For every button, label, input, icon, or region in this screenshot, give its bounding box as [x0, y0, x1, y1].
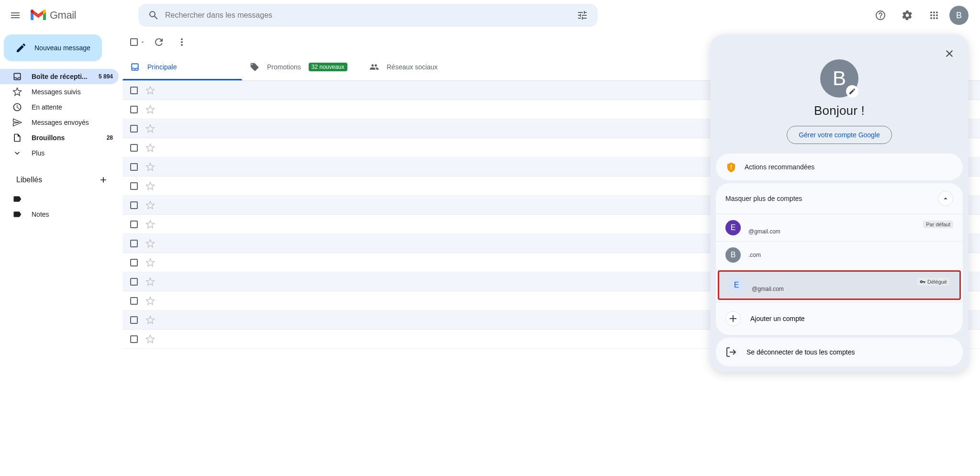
- close-panel-button[interactable]: [940, 44, 959, 63]
- star-button[interactable]: [145, 124, 155, 133]
- nav-item-clock[interactable]: En attente: [0, 100, 119, 115]
- row-checkbox[interactable]: [130, 335, 138, 343]
- hide-accounts-toggle[interactable]: Masquer plus de comptes: [716, 183, 963, 214]
- account-row[interactable]: B.com: [716, 241, 963, 268]
- send-icon: [12, 118, 22, 127]
- settings-button[interactable]: [896, 4, 919, 27]
- row-checkbox[interactable]: [130, 201, 138, 209]
- gmail-logo[interactable]: Gmail: [31, 9, 76, 22]
- label-item[interactable]: [0, 191, 119, 207]
- account-info: .com: [748, 252, 953, 258]
- account-badge: Par défaut: [923, 221, 953, 228]
- search-button[interactable]: [142, 4, 165, 27]
- edit-avatar-button[interactable]: [846, 85, 858, 98]
- labels-list: Notes: [4, 191, 119, 222]
- more-button[interactable]: [172, 33, 191, 52]
- account-panel: B Bonjour ! Gérer votre compte Google Ac…: [710, 34, 969, 372]
- star-button[interactable]: [145, 239, 155, 248]
- greeting-text: Bonjour !: [716, 103, 963, 118]
- star-button[interactable]: [145, 105, 155, 114]
- nav-list: Boîte de récepti...5 894Messages suivisE…: [4, 69, 119, 161]
- star-button[interactable]: [145, 220, 155, 229]
- menu-icon: [10, 10, 21, 21]
- row-checkbox[interactable]: [130, 316, 138, 324]
- star-button[interactable]: [145, 86, 155, 95]
- labels-title: Libellés: [16, 176, 42, 184]
- nav-label: Messages envoyés: [32, 119, 89, 126]
- add-label-button[interactable]: [96, 172, 111, 188]
- inbox-icon: [12, 72, 22, 81]
- tab-badge: 32 nouveaux: [309, 63, 347, 71]
- gear-icon: [902, 10, 913, 21]
- account-row[interactable]: EDélégué@gmail.com: [718, 270, 961, 300]
- account-row[interactable]: EPar défaut@gmail.com: [716, 214, 963, 241]
- main-menu-button[interactable]: [4, 4, 27, 27]
- star-button[interactable]: [145, 143, 155, 153]
- star-button[interactable]: [145, 277, 155, 287]
- refresh-button[interactable]: [149, 33, 168, 52]
- close-icon: [944, 48, 955, 59]
- more-vert-icon: [176, 36, 188, 48]
- search-options-button[interactable]: [571, 4, 594, 27]
- search-bar: [138, 4, 598, 27]
- tab-principale[interactable]: Principale: [122, 54, 242, 80]
- star-button[interactable]: [145, 162, 155, 172]
- accounts-container: EPar défaut@gmail.comB.comEDélégué@gmail…: [716, 214, 963, 300]
- row-checkbox[interactable]: [130, 163, 138, 171]
- nav-item-expand[interactable]: Plus: [0, 145, 119, 161]
- label-text: Notes: [32, 210, 49, 218]
- star-icon: [12, 87, 22, 97]
- compose-label: Nouveau message: [34, 44, 90, 52]
- star-button[interactable]: [145, 296, 155, 306]
- search-input[interactable]: [165, 11, 571, 20]
- compose-button[interactable]: Nouveau message: [4, 34, 102, 61]
- support-button[interactable]: [869, 4, 892, 27]
- star-button[interactable]: [145, 334, 155, 344]
- manage-account-button[interactable]: Gérer votre compte Google: [787, 126, 892, 144]
- signout-card: Se déconnecter de tous les comptes: [716, 338, 963, 366]
- row-checkbox[interactable]: [130, 259, 138, 266]
- row-checkbox[interactable]: [130, 297, 138, 305]
- add-account-label: Ajouter un compte: [750, 315, 805, 322]
- select-all-dropdown[interactable]: [130, 38, 145, 46]
- tab-promotions[interactable]: Promotions32 nouveaux: [242, 54, 362, 80]
- select-all-checkbox[interactable]: [130, 38, 138, 46]
- plus-icon: [727, 313, 739, 324]
- account-email: .com: [748, 252, 953, 258]
- signout-button[interactable]: Se déconnecter de tous les comptes: [716, 338, 963, 366]
- tab-icon: [130, 62, 140, 72]
- search-icon: [148, 10, 159, 21]
- apps-button[interactable]: [923, 4, 946, 27]
- row-checkbox[interactable]: [130, 240, 138, 247]
- nav-count: 5 894: [99, 73, 113, 80]
- hide-accounts-label: Masquer plus de comptes: [725, 195, 802, 202]
- account-avatar: B: [725, 247, 741, 263]
- tab-réseaux-sociaux[interactable]: Réseaux sociaux: [362, 54, 481, 80]
- nav-label: Brouillons: [32, 134, 65, 142]
- star-button[interactable]: [145, 200, 155, 210]
- nav-label: Messages suivis: [32, 88, 81, 96]
- nav-item-draft[interactable]: Brouillons28: [0, 130, 119, 145]
- add-account-button[interactable]: Ajouter un compte: [716, 302, 963, 335]
- star-button[interactable]: [145, 258, 155, 267]
- row-checkbox[interactable]: [130, 87, 138, 94]
- expand-icon: [12, 148, 22, 158]
- nav-item-star[interactable]: Messages suivis: [0, 84, 119, 100]
- star-button[interactable]: [145, 315, 155, 325]
- row-checkbox[interactable]: [130, 144, 138, 152]
- labels-header: Libellés: [4, 172, 119, 188]
- row-checkbox[interactable]: [130, 182, 138, 190]
- label-icon: [12, 194, 22, 204]
- account-avatar-button[interactable]: B: [949, 6, 969, 25]
- recommended-actions-card[interactable]: Actions recommandées: [716, 154, 963, 180]
- row-checkbox[interactable]: [130, 221, 138, 228]
- nav-item-inbox[interactable]: Boîte de récepti...5 894: [0, 69, 119, 84]
- nav-item-send[interactable]: Messages envoyés: [0, 115, 119, 130]
- row-checkbox[interactable]: [130, 125, 138, 133]
- row-checkbox[interactable]: [130, 278, 138, 286]
- star-button[interactable]: [145, 181, 155, 191]
- label-item[interactable]: Notes: [0, 207, 119, 222]
- row-checkbox[interactable]: [130, 106, 138, 113]
- tune-icon: [577, 10, 588, 21]
- collapse-button[interactable]: [938, 191, 953, 206]
